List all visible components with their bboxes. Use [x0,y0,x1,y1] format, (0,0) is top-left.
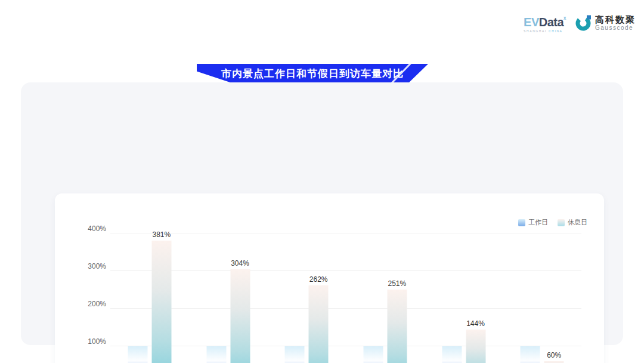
chart-legend: 工作日休息日 [518,218,587,227]
bar-pair: 60% [521,346,564,363]
bar-group: 144%上海迪士尼度假区 [425,233,503,363]
gausscode-g-icon [575,14,592,31]
evdata-subtext: SHANGHAI CHINA [524,29,562,33]
legend-label: 工作日 [528,218,548,227]
legend-item-休息日[interactable]: 休息日 [558,218,587,227]
bar-value-label: 251% [388,279,406,288]
bar-pair: 381% [128,241,171,363]
bar-工作日 [206,346,226,363]
bar-value-label: 304% [231,259,249,267]
bar-pair: 304% [206,269,250,363]
title-banner: 市内景点工作日和节假日到访车量对比 [197,64,428,84]
bar-value-label: 60% [547,351,561,359]
evdata-wordmark: EVDataˣ [524,13,566,28]
bar-休息日: 251% [387,290,407,363]
bar-工作日 [521,346,540,363]
bar-value-label: 144% [466,319,485,328]
bar-pair: 262% [285,285,329,363]
bar-工作日 [285,346,305,363]
legend-swatch-icon [518,219,525,226]
legend-swatch-icon [558,219,565,226]
chart-plot-area: 0%100%200%300%400%381%辰山植物园304%上海欢乐谷262%… [110,233,581,363]
evdata-ev: EV [524,16,539,29]
bar-休息日: 262% [309,285,329,363]
bar-group: 304%上海欢乐谷 [189,233,268,363]
header-logos: EVDataˣ SHANGHAI CHINA 高科数聚 Gausscode [524,13,636,33]
gausscode-logo: 高科数聚 Gausscode [575,14,636,31]
bar-groups: 381%辰山植物园304%上海欢乐谷262%广富林251%上海野生动物园144%… [110,233,581,363]
evdata-logo: EVDataˣ SHANGHAI CHINA [524,13,566,33]
bar-休息日: 144% [466,330,485,363]
bar-pair: 144% [442,330,485,363]
bar-value-label: 381% [152,230,171,239]
legend-label: 休息日 [568,218,587,227]
bar-group: 262%广富林 [267,233,346,363]
evdata-superscript-x-icon: ˣ [564,15,566,23]
bar-pair: 251% [363,290,407,363]
bar-group: 381%辰山植物园 [110,233,189,363]
bar-工作日 [442,346,462,363]
bar-group: 60%国家会展中心(上海) [503,233,581,363]
bar-工作日 [128,346,147,363]
bar-工作日 [363,346,383,363]
page: EVDataˣ SHANGHAI CHINA 高科数聚 Gausscode 市内… [0,0,644,363]
bar-休息日: 304% [230,269,250,363]
legend-item-工作日[interactable]: 工作日 [518,218,548,227]
y-axis-tick: 100% [78,337,106,346]
chart-card: 工作日休息日 0%100%200%300%400%381%辰山植物园304%上海… [55,193,604,363]
y-axis-tick: 400% [78,224,106,233]
bar-value-label: 262% [309,275,328,284]
y-axis-tick: 200% [78,300,106,308]
page-title: 市内景点工作日和节假日到访车量对比 [221,67,404,81]
bar-group: 251%上海野生动物园 [346,233,425,363]
bar-休息日: 381% [151,241,171,363]
y-axis-tick: 300% [78,262,106,270]
gausscode-name-cn: 高科数聚 [595,15,636,24]
gausscode-name-en: Gausscode [595,25,636,31]
evdata-data: Data [539,16,564,29]
chart-panel: 工作日休息日 0%100%200%300%400%381%辰山植物园304%上海… [21,82,623,345]
